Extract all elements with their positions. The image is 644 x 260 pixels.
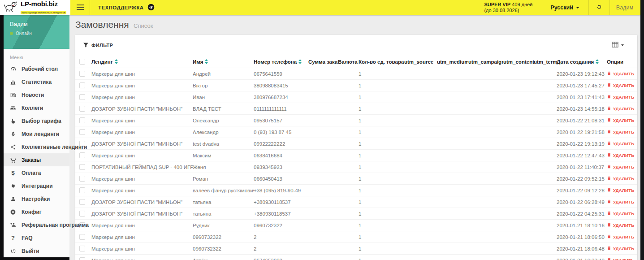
row-checkbox[interactable] [79,71,85,77]
stats-icon [9,79,17,85]
row-checkbox[interactable] [79,211,85,217]
filter-button[interactable]: ФИЛЬТР [83,43,113,48]
cell-qty: 1 [359,153,404,158]
delete-order-button[interactable]: УДАЛИТЬ [607,141,634,147]
table-row: Маркеры для шинвалеев фанур рустямович+3… [75,185,637,196]
row-checkbox[interactable] [79,257,85,260]
delete-order-button[interactable]: УДАЛИТЬ [607,234,634,240]
sidebar-item-faq[interactable]: ?FAQ [4,231,69,244]
sidebar-item-logout[interactable]: Выйти [4,244,69,257]
column-header-landing[interactable]: Лендинг [91,59,193,65]
sidebar-item-settings[interactable]: Настройки [4,192,69,205]
trash-icon [607,187,611,193]
row-checkbox[interactable] [79,187,85,193]
chevron-down-icon [576,7,579,9]
row-checkbox[interactable] [79,246,85,251]
cell-phone: 0674653898 [254,258,308,260]
delete-order-button[interactable]: УДАЛИТЬ [607,199,634,205]
row-checkbox[interactable] [79,129,85,135]
sidebar-item-colleagues[interactable]: Коллеги [4,101,69,114]
news-icon [9,92,17,98]
language-label: Русский [550,4,573,11]
sidebar-item-news[interactable]: Новости [4,88,69,101]
refresh-button[interactable] [589,4,609,12]
sidebar-item-payment[interactable]: $Оплата [4,166,69,179]
columns-toggle-button[interactable] [612,41,629,49]
cell-created: 2020-01-22 12:47:43 [557,153,607,158]
select-all-checkbox[interactable] [79,59,85,65]
sort-icon[interactable] [596,59,599,64]
plan-name: SUPER VIP [484,2,510,7]
delete-order-button[interactable]: УДАЛИТЬ [607,211,634,217]
sort-icon[interactable] [205,59,208,64]
sidebar-item-dashboard[interactable]: Рабочий стол [4,62,69,75]
app-window: LP-mobi.biz Конструктор мобильных лендин… [0,0,644,260]
cell-qty: 1 [359,71,404,77]
user-menu[interactable]: Вадим [610,4,640,11]
trash-icon [607,82,611,88]
sidebar-item-tariff[interactable]: Выбор тарифа [4,114,69,127]
row-checkbox[interactable] [79,164,85,170]
plug-icon [9,183,17,189]
delete-order-button[interactable]: УДАЛИТЬ [607,117,634,123]
cell-options: УДАЛИТЬ [607,117,637,123]
delete-order-button[interactable]: УДАЛИТЬ [607,164,634,170]
delete-order-button[interactable]: УДАЛИТЬ [607,222,634,228]
vertical-scrollbar[interactable] [640,0,644,260]
sidebar-item-statistics[interactable]: Статистика [4,75,69,88]
sort-icon[interactable] [298,59,302,64]
delete-order-button[interactable]: УДАЛИТЬ [607,176,634,182]
delete-order-button[interactable]: УДАЛИТЬ [607,129,634,135]
cell-created: 2020-01-22 21:08:31 [557,118,607,123]
cell-landing: Маркеры для шин [91,188,193,193]
cell-options: УДАЛИТЬ [607,187,637,193]
trash-icon [607,246,611,251]
sidebar-toggle-button[interactable] [70,0,90,15]
orders-card: ФИЛЬТР ЛендингИмяНомер телефонаСумма зак… [75,35,637,260]
logo[interactable]: LP-mobi.biz Конструктор мобильных лендин… [0,0,70,15]
cell-created: 2020-01-23 14:55:18 [557,106,607,112]
column-header-name[interactable]: Имя [193,59,254,65]
cell-qty: 1 [359,211,404,217]
cell-options: УДАЛИТЬ [607,211,637,217]
row-checkbox[interactable] [79,152,85,158]
online-status-label: Онлайн [16,31,32,36]
cell-qty: 1 [359,106,404,112]
cell-options: УДАЛИТЬ [607,164,637,170]
delete-order-button[interactable]: УДАЛИТЬ [607,152,634,158]
row-checkbox[interactable] [79,106,85,112]
table-row: Маркеры для шинРоман066045041312020-01-2… [75,173,637,185]
cell-landing: ДОЗАТОР ЗУБНОЇ ПАСТИ "МИНЬОН" [91,211,193,217]
cell-phone: 2 [254,246,308,251]
support-link[interactable]: ТЕХПОДДЕРЖКА [90,0,163,15]
cell-landing: Маркеры для шин [91,118,193,123]
row-checkbox[interactable] [79,199,85,205]
row-checkbox[interactable] [79,234,85,240]
sidebar-item-integrations[interactable]: Интеграции [4,179,69,192]
column-header-phone[interactable]: Номер телефона [254,59,308,65]
delete-order-button[interactable]: УДАЛИТЬ [607,82,634,88]
sidebar-item-my-landings[interactable]: Мои лендинги [4,127,69,140]
profile-panel: Вадим Онлайн [4,15,69,49]
delete-order-button[interactable]: УДАЛИТЬ [607,257,634,260]
sidebar-item-collective-landings[interactable]: Коллективные лендинги [4,140,69,153]
sort-icon[interactable] [115,59,118,64]
row-checkbox[interactable] [79,82,85,88]
language-selector[interactable]: Русский [541,4,588,11]
cell-created: 2020-01-22 11:40:37 [557,165,607,170]
delete-order-button[interactable]: УДАЛИТЬ [607,246,634,251]
sidebar-item-orders[interactable]: Заказы [4,153,69,166]
delete-order-button[interactable]: УДАЛИТЬ [607,106,634,112]
delete-order-button[interactable]: УДАЛИТЬ [607,187,634,193]
main-content: Замовлення Список ФИЛЬТР ЛендингИмяНомер… [69,15,640,260]
row-checkbox[interactable] [79,94,85,100]
cell-name: Александр [193,130,254,135]
row-checkbox[interactable] [79,117,85,123]
column-header-created[interactable]: Дата создания [557,59,607,65]
delete-order-button[interactable]: УДАЛИТЬ [607,71,634,77]
cell-qty: 1 [359,258,404,260]
sidebar-item-config[interactable]: Конфиг [4,205,69,218]
sidebar-item-referral[interactable]: Реферальная программа [4,218,69,231]
delete-order-button[interactable]: УДАЛИТЬ [607,94,634,100]
row-checkbox[interactable] [79,176,85,182]
